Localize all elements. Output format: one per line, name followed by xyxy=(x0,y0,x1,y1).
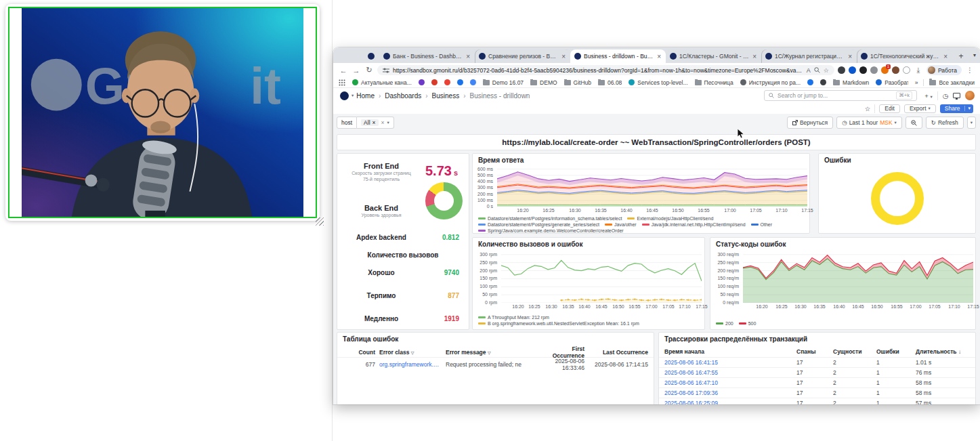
download-icon[interactable]: ⤓ xyxy=(914,66,923,75)
browser-tab[interactable]: 1С/Журнал регистрации - G× xyxy=(761,49,857,63)
trace-table-row[interactable]: 2025-08-06 16:25:09172157 ms xyxy=(659,398,975,404)
chart-canvas[interactable] xyxy=(497,166,807,207)
extension-icon[interactable] xyxy=(892,66,899,74)
column-header[interactable]: Время начала xyxy=(664,348,792,355)
bookmarks-overflow-chevron[interactable]: » xyxy=(915,79,918,86)
legend-item[interactable]: A Throughput Mean: 212 rpm xyxy=(478,315,549,320)
extension-icon[interactable] xyxy=(838,66,845,74)
edit-button[interactable]: Edit xyxy=(879,104,900,113)
tab-close-icon[interactable]: × xyxy=(561,53,566,60)
column-header[interactable]: Сущности xyxy=(833,348,872,355)
bookmark-item[interactable] xyxy=(807,79,813,85)
column-header[interactable]: Спаны xyxy=(796,348,829,355)
refresh-interval-dropdown[interactable]: ▾ xyxy=(967,117,976,129)
extension-icon[interactable] xyxy=(849,66,856,74)
address-bar[interactable]: https://sandbox.gmonit.ru/d/b3257072-0ad… xyxy=(377,65,834,75)
org-chevron-icon[interactable]: ▾ xyxy=(351,93,354,98)
bookmark-item[interactable]: Инструкция по ра... xyxy=(740,79,801,86)
tab-close-icon[interactable]: × xyxy=(656,53,662,60)
extension-icon[interactable] xyxy=(870,66,878,74)
back-icon[interactable]: ← xyxy=(339,66,348,75)
browser-menu-icon[interactable]: ⋮ xyxy=(965,66,975,74)
legend-item[interactable]: Datastore/statement/Postgres/information… xyxy=(478,216,622,221)
errors-donut-chart[interactable] xyxy=(871,172,924,225)
browser-tab[interactable]: Business - drilldown - Busine× xyxy=(570,49,666,63)
forward-icon[interactable]: → xyxy=(351,66,361,75)
sort-desc-icon[interactable]: ↓ xyxy=(958,349,961,355)
zoom-out-button[interactable] xyxy=(906,117,922,129)
extension-icon-with-badge[interactable]: 1 xyxy=(881,66,889,74)
extension-icon[interactable] xyxy=(859,66,867,74)
browser-tab[interactable]: Сравнение релизов - Busine× xyxy=(475,49,570,63)
tab-list-chevron[interactable]: ▾ xyxy=(973,52,976,58)
column-header[interactable]: Ошибки xyxy=(876,348,912,355)
tab-close-icon[interactable]: × xyxy=(943,53,948,60)
bookmark-item[interactable]: Markdown xyxy=(833,79,869,86)
trace-table-row[interactable]: 2025-08-06 16:47:55172176 ms xyxy=(659,367,975,377)
breadcrumb-home[interactable]: Home xyxy=(356,92,375,100)
export-button[interactable]: Export ▾ xyxy=(904,104,936,113)
search-url-icon[interactable] xyxy=(814,67,820,73)
browser-tab[interactable]: Банк - Business - Dashboard× xyxy=(379,49,475,63)
webcam-resize-handle[interactable] xyxy=(316,217,324,226)
panel-title[interactable]: Статус-коды ошибок xyxy=(710,238,975,248)
legend-item[interactable]: Other xyxy=(751,222,773,227)
variable-value-dropdown[interactable]: All × × ▾ xyxy=(357,117,394,129)
error-table-row[interactable]: 677org.springframework.w...Request proce… xyxy=(337,357,654,368)
refresh-button[interactable]: ↻ Refresh xyxy=(926,117,964,129)
legend-item[interactable]: Datastore/statement/Postgres/generate_se… xyxy=(478,222,599,227)
extensions-puzzle-icon[interactable] xyxy=(903,66,910,74)
trace-table-row[interactable]: 2025-08-06 17:09:36172158 ms xyxy=(659,387,975,398)
bookmark-item[interactable]: Services top-level... xyxy=(629,79,687,86)
breadcrumb-dashboards[interactable]: Dashboards xyxy=(385,92,421,100)
tab-close-icon[interactable]: × xyxy=(752,53,757,60)
calls-errors-chart[interactable]: 0 rpm50 rpm100 rpm150 rpm200 rpm250 rpm3… xyxy=(475,251,703,303)
trace-table-row[interactable]: 2025-08-06 16:41:1517211.01 s xyxy=(659,357,975,367)
filter-icon[interactable]: ▽ xyxy=(488,351,491,355)
chart-canvas[interactable] xyxy=(743,251,973,303)
trace-start-time-link[interactable]: 2025-08-06 16:25:09 xyxy=(664,400,792,404)
help-icon[interactable]: ◷ xyxy=(943,92,948,100)
browser-tab[interactable]: 1С/Кластеры - GMonit - Das× xyxy=(666,49,761,63)
apps-grid-icon[interactable] xyxy=(339,79,345,86)
panel-title[interactable]: Количество вызовов и ошибок xyxy=(473,238,704,248)
search-input[interactable]: Search or jump to... ⌘+k xyxy=(764,90,917,101)
column-header[interactable]: First Occurrence xyxy=(545,345,584,359)
reload-icon[interactable]: ↻ xyxy=(364,66,374,75)
error-class-link[interactable]: org.springframework.w... xyxy=(379,361,442,368)
clear-icon[interactable]: × xyxy=(381,119,385,126)
tune-icon[interactable] xyxy=(383,68,389,73)
legend-item[interactable]: B org.springframework.web.util.NestedSer… xyxy=(478,321,639,326)
breadcrumb-business[interactable]: Business xyxy=(432,92,460,100)
share-dropdown-icon[interactable]: ▾ xyxy=(964,106,973,111)
trace-start-time-link[interactable]: 2025-08-06 17:09:36 xyxy=(664,390,792,396)
chip-remove-icon[interactable]: × xyxy=(372,119,376,126)
bookmark-item[interactable]: 06.08 xyxy=(598,79,622,86)
bookmark-item[interactable]: GitHub xyxy=(564,79,591,86)
share-button[interactable]: Share▾ xyxy=(940,104,973,113)
dropdown-chevron-icon[interactable]: ▾ xyxy=(387,120,389,125)
browser-tab[interactable]: 1С/Технологический журна× xyxy=(857,49,952,63)
status-codes-chart[interactable]: 0 req/m50 req/m100 req/m150 req/m200 req… xyxy=(713,251,973,303)
favorite-star-icon[interactable]: ☆ xyxy=(865,105,871,112)
legend-item[interactable]: Spring/Java/com.example.demo.WelcomeCont… xyxy=(478,228,624,233)
bookmark-star-icon[interactable]: ☆ xyxy=(824,67,829,74)
user-avatar[interactable] xyxy=(965,91,975,100)
trace-start-time-link[interactable]: 2025-08-06 16:41:15 xyxy=(664,359,792,366)
panel-title[interactable]: Ошибки xyxy=(819,154,975,164)
grafana-logo[interactable] xyxy=(340,91,349,100)
bookmark-item[interactable] xyxy=(457,79,463,85)
legend-item[interactable]: Java/other xyxy=(605,222,637,227)
panel-title[interactable]: Таблица ошибок xyxy=(337,333,654,343)
legend-item[interactable]: 500 xyxy=(739,321,757,326)
pinned-tab[interactable] xyxy=(363,49,379,63)
panel-title[interactable]: Трассировки распределённых транзакций xyxy=(659,333,975,343)
bookmark-item[interactable] xyxy=(820,79,826,85)
tab-close-icon[interactable]: × xyxy=(847,53,853,60)
backend-health-donut[interactable] xyxy=(425,182,463,219)
response-time-chart[interactable]: 0 s100 ms200 ms300 ms400 ms500 ms600 ms … xyxy=(477,166,809,207)
bookmark-item[interactable]: DEMO xyxy=(530,79,557,86)
time-range-picker[interactable]: ◷Last 1 hour MSK▾ xyxy=(836,117,902,129)
bookmark-item[interactable]: Demo 16.07 xyxy=(483,79,524,86)
bookmark-item[interactable] xyxy=(444,79,450,85)
